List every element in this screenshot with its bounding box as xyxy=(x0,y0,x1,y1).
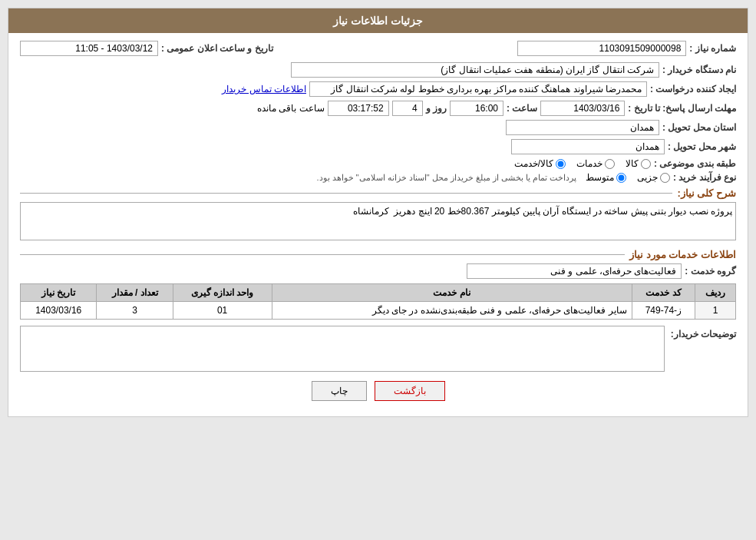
noeFarayand-jozi-radio[interactable] xyxy=(660,173,670,183)
mohlat-rooz-label: روز و xyxy=(426,103,447,114)
col-nam: نام خدمت xyxy=(272,284,632,302)
shomareNiaz-label: شماره نیاز : xyxy=(689,43,736,54)
khadamat-label: اطلاعات خدمات مورد نیاز xyxy=(625,249,736,260)
tarikhe-label: تاریخ و ساعت اعلان عمومی : xyxy=(161,43,273,54)
contact-link[interactable]: اطلاعات تماس خریدار xyxy=(222,84,306,94)
col-radif: ردیف xyxy=(695,284,735,302)
tozihat-textarea[interactable] xyxy=(20,326,665,372)
noeFarayand-radio-group: جزیی متوسط xyxy=(586,172,670,183)
sharh-section-header: شرح کلی نیاز: xyxy=(20,187,736,199)
ostan-value: همدان xyxy=(506,120,659,135)
main-content: شماره نیاز : 1103091509000098 تاریخ و سا… xyxy=(8,33,748,416)
cell-radif: 1 xyxy=(695,302,735,320)
tabaqe-kala-label: کالا xyxy=(626,158,639,169)
tabaqe-kalakhadamat-radio[interactable] xyxy=(556,159,566,169)
sharh-textarea[interactable] xyxy=(20,202,736,240)
noeFarayand-motovaset-label: متوسط xyxy=(586,172,614,183)
cell-nam: سایر فعالیت‌های حرفه‌ای، علمی و فنی طبقه… xyxy=(272,302,632,320)
page-header: جزئیات اطلاعات نیاز xyxy=(8,8,748,33)
noeFarayand-jozi-item[interactable]: جزیی xyxy=(637,172,670,183)
tabaqe-kalakhadamat-label: کالا/خدمت xyxy=(514,158,553,169)
mohlat-saat: 16:00 xyxy=(450,101,503,116)
cell-kod: ز-74-749 xyxy=(632,302,695,320)
tabaqe-kala-item[interactable]: کالا xyxy=(626,158,651,169)
mohlat-date: 1403/03/16 xyxy=(540,101,625,116)
tabaqe-kala-radio[interactable] xyxy=(641,159,651,169)
mohlat-label: مهلت ارسال پاسخ: تا تاریخ : xyxy=(628,103,736,114)
noeFarayand-jozi-label: جزیی xyxy=(637,172,658,183)
cell-tedad: 3 xyxy=(97,302,173,320)
tabaqe-khadamat-radio[interactable] xyxy=(605,159,615,169)
col-kod: کد خدمت xyxy=(632,284,695,302)
print-button[interactable]: چاپ xyxy=(312,381,367,401)
shahr-value: همدان xyxy=(511,139,665,154)
tabaqe-label: طبقه بندی موضوعی : xyxy=(654,158,736,169)
tarikhe-value: 1403/03/12 - 11:05 xyxy=(20,41,158,56)
noeFarayand-desc: پرداخت تمام یا بخشی از مبلغ خریداز محل "… xyxy=(316,173,576,183)
cell-vahad: 01 xyxy=(173,302,272,320)
cell-tarikhe: 1403/03/16 xyxy=(21,302,97,320)
ostan-label: استان محل تحویل : xyxy=(662,122,736,133)
namDastgah-value: شرکت انتقال گاز ایران (منطقه هفت عملیات … xyxy=(291,62,659,78)
tabaqe-khadamat-item[interactable]: خدمات xyxy=(576,158,615,169)
col-vahad: واحد اندازه گیری xyxy=(173,284,272,302)
shahr-label: شهر محل تحویل : xyxy=(668,141,736,152)
namDastgah-label: نام دستگاه خریدار : xyxy=(662,65,736,75)
mohlat-rooz: 4 xyxy=(392,101,423,116)
tabaqe-khadamat-label: خدمات xyxy=(576,158,602,169)
grohe-value: فعالیت‌های حرفه‌ای، علمی و فنی xyxy=(467,263,682,279)
back-button[interactable]: بازگشت xyxy=(375,381,445,401)
bottom-buttons: بازگشت چاپ xyxy=(20,381,736,401)
table-row: 1 ز-74-749 سایر فعالیت‌های حرفه‌ای، علمی… xyxy=(21,302,736,320)
tabaqe-radio-group: کالا خدمات کالا/خدمت xyxy=(514,158,651,169)
ijadKonande-label: ایجاد کننده درخواست : xyxy=(650,84,736,94)
mohlat-saat-label: ساعت : xyxy=(507,103,537,114)
shomareNiaz-value: 1103091509000098 xyxy=(517,41,686,56)
page-title: جزئیات اطلاعات نیاز xyxy=(333,15,423,27)
mohlat-mande: 03:17:52 xyxy=(328,101,389,116)
khadamat-section-header: اطلاعات خدمات مورد نیاز xyxy=(20,249,736,260)
tabaqe-kalakhadamat-item[interactable]: کالا/خدمت xyxy=(514,158,566,169)
noeFarayand-motovaset-radio[interactable] xyxy=(616,173,626,183)
noeFarayand-label: نوع فرآیند خرید : xyxy=(673,172,736,183)
sharh-label: شرح کلی نیاز: xyxy=(672,187,736,199)
page-container: جزئیات اطلاعات نیاز شماره نیاز : 1103091… xyxy=(8,8,748,417)
services-table: ردیف کد خدمت نام خدمت واحد اندازه گیری ت… xyxy=(20,283,736,320)
col-tarikhe: تاریخ نیاز xyxy=(21,284,97,302)
col-tedad: تعداد / مقدار xyxy=(97,284,173,302)
ijadKonande-value: محمدرضا شیراوند هماهنگ کننده مراکز بهره … xyxy=(309,81,647,97)
noeFarayand-motovaset-item[interactable]: متوسط xyxy=(586,172,626,183)
grohe-label: گروه خدمت : xyxy=(685,266,736,277)
mohlat-mande-label: ساعت باقی مانده xyxy=(257,103,325,114)
tozihat-label: توضیحات خریدار: xyxy=(671,329,736,340)
